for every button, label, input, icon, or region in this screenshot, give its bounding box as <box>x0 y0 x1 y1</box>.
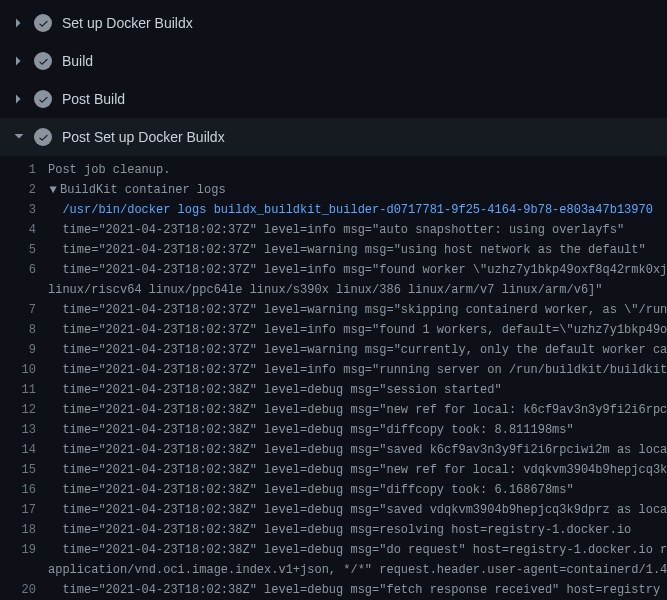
log-line: 3 /usr/bin/docker logs buildx_buildkit_b… <box>0 200 667 220</box>
step-post-setup-docker-buildx[interactable]: Post Set up Docker Buildx <box>0 118 667 156</box>
log-line-number: 9 <box>0 340 48 360</box>
log-line-number: 10 <box>0 360 48 380</box>
log-line-text: time="2021-04-23T18:02:38Z" level=debug … <box>48 540 667 560</box>
log-line-text: time="2021-04-23T18:02:37Z" level=info m… <box>48 220 624 240</box>
log-line-number: 11 <box>0 380 48 400</box>
collapse-caret-icon[interactable]: ▼ <box>48 180 58 200</box>
log-line-text: time="2021-04-23T18:02:37Z" level=info m… <box>48 320 667 340</box>
log-line-text: time="2021-04-23T18:02:38Z" level=debug … <box>48 580 660 600</box>
step-label: Set up Docker Buildx <box>62 15 193 31</box>
log-line-text: time="2021-04-23T18:02:38Z" level=debug … <box>48 420 574 440</box>
log-line-number: 3 <box>0 200 48 220</box>
step-build[interactable]: Build <box>0 42 667 80</box>
log-line: 12 time="2021-04-23T18:02:38Z" level=deb… <box>0 400 667 420</box>
log-line: 14 time="2021-04-23T18:02:38Z" level=deb… <box>0 440 667 460</box>
log-line: application/vnd.oci.image.index.v1+json,… <box>0 560 667 580</box>
log-line-number: 19 <box>0 540 48 560</box>
chevron-right-icon <box>14 94 24 104</box>
log-line-text: time="2021-04-23T18:02:37Z" level=warnin… <box>48 340 667 360</box>
log-line-number: 16 <box>0 480 48 500</box>
log-output: 1Post job cleanup.2▼BuildKit container l… <box>0 156 667 600</box>
log-line: 2▼BuildKit container logs <box>0 180 667 200</box>
log-line: 15 time="2021-04-23T18:02:38Z" level=deb… <box>0 460 667 480</box>
log-line-text: Post job cleanup. <box>48 160 170 180</box>
workflow-steps: Set up Docker Buildx Build Post Build Po… <box>0 0 667 600</box>
log-line-text: application/vnd.oci.image.index.v1+json,… <box>48 560 667 580</box>
log-line: 7 time="2021-04-23T18:02:37Z" level=warn… <box>0 300 667 320</box>
chevron-right-icon <box>14 56 24 66</box>
step-label: Post Build <box>62 91 125 107</box>
log-line-text: time="2021-04-23T18:02:37Z" level=info m… <box>48 360 667 380</box>
log-line-number: 12 <box>0 400 48 420</box>
log-line-text: time="2021-04-23T18:02:38Z" level=debug … <box>48 400 667 420</box>
log-line-number: 6 <box>0 260 48 280</box>
log-line: 17 time="2021-04-23T18:02:38Z" level=deb… <box>0 500 667 520</box>
log-line-text: time="2021-04-23T18:02:38Z" level=debug … <box>48 380 502 400</box>
log-line-text: time="2021-04-23T18:02:37Z" level=warnin… <box>48 240 646 260</box>
log-line: 18 time="2021-04-23T18:02:38Z" level=deb… <box>0 520 667 540</box>
log-line: 16 time="2021-04-23T18:02:38Z" level=deb… <box>0 480 667 500</box>
log-line-number: 4 <box>0 220 48 240</box>
log-line-text: linux/riscv64 linux/ppc64le linux/s390x … <box>48 280 603 300</box>
step-setup-docker-buildx[interactable]: Set up Docker Buildx <box>0 4 667 42</box>
log-line-number: 17 <box>0 500 48 520</box>
log-line: 20 time="2021-04-23T18:02:38Z" level=deb… <box>0 580 667 600</box>
log-line-text: time="2021-04-23T18:02:37Z" level=info m… <box>48 260 667 280</box>
step-label: Build <box>62 53 93 69</box>
log-line-text: time="2021-04-23T18:02:38Z" level=debug … <box>48 480 574 500</box>
log-line-number: 18 <box>0 520 48 540</box>
check-icon <box>34 14 52 32</box>
log-line-text: ▼BuildKit container logs <box>48 180 226 200</box>
step-label: Post Set up Docker Buildx <box>62 129 225 145</box>
log-line-text: time="2021-04-23T18:02:38Z" level=debug … <box>48 440 667 460</box>
log-line: 5 time="2021-04-23T18:02:37Z" level=warn… <box>0 240 667 260</box>
step-post-build[interactable]: Post Build <box>0 80 667 118</box>
log-line-number: 15 <box>0 460 48 480</box>
log-line-number: 20 <box>0 580 48 600</box>
log-line: linux/riscv64 linux/ppc64le linux/s390x … <box>0 280 667 300</box>
chevron-down-icon <box>14 132 24 142</box>
log-line-text: /usr/bin/docker logs buildx_buildkit_bui… <box>48 200 653 220</box>
log-line: 10 time="2021-04-23T18:02:37Z" level=inf… <box>0 360 667 380</box>
log-line-text: time="2021-04-23T18:02:38Z" level=debug … <box>48 520 631 540</box>
log-line-number: 2 <box>0 180 48 200</box>
log-line-number: 14 <box>0 440 48 460</box>
log-line-number: 5 <box>0 240 48 260</box>
log-line: 13 time="2021-04-23T18:02:38Z" level=deb… <box>0 420 667 440</box>
log-line: 1Post job cleanup. <box>0 160 667 180</box>
log-line: 4 time="2021-04-23T18:02:37Z" level=info… <box>0 220 667 240</box>
check-icon <box>34 90 52 108</box>
log-line: 19 time="2021-04-23T18:02:38Z" level=deb… <box>0 540 667 560</box>
log-line: 11 time="2021-04-23T18:02:38Z" level=deb… <box>0 380 667 400</box>
log-line-text: time="2021-04-23T18:02:38Z" level=debug … <box>48 500 667 520</box>
log-line-number: 7 <box>0 300 48 320</box>
log-line-number: 1 <box>0 160 48 180</box>
log-line: 8 time="2021-04-23T18:02:37Z" level=info… <box>0 320 667 340</box>
log-line-number: 13 <box>0 420 48 440</box>
log-line-text: time="2021-04-23T18:02:38Z" level=debug … <box>48 460 667 480</box>
log-line-text: time="2021-04-23T18:02:37Z" level=warnin… <box>48 300 667 320</box>
log-line: 6 time="2021-04-23T18:02:37Z" level=info… <box>0 260 667 280</box>
chevron-right-icon <box>14 18 24 28</box>
check-icon <box>34 52 52 70</box>
log-line: 9 time="2021-04-23T18:02:37Z" level=warn… <box>0 340 667 360</box>
check-icon <box>34 128 52 146</box>
log-line-number: 8 <box>0 320 48 340</box>
